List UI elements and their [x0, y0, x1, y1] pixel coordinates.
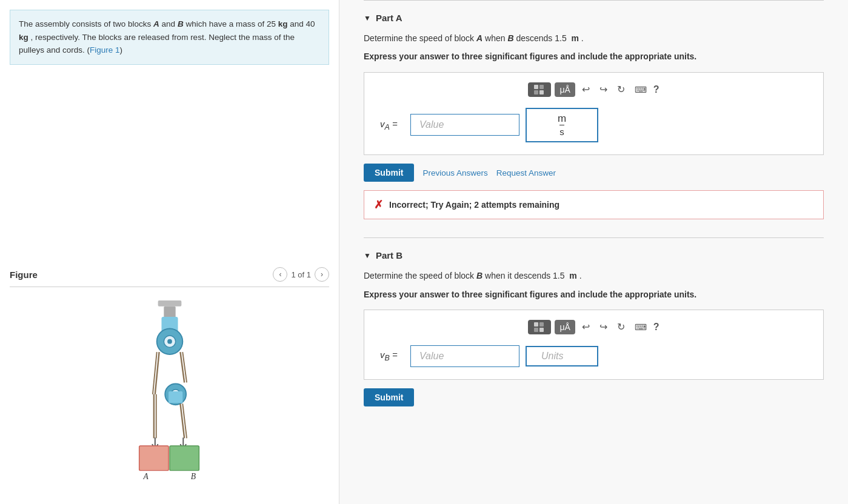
part-a-value-input[interactable] — [410, 114, 519, 136]
part-a-header: ▼ Part A — [364, 13, 824, 23]
part-b-equation-row: vB = Units — [374, 343, 813, 370]
redo-button[interactable]: ↪ — [596, 82, 610, 96]
grid-squares-icon — [534, 85, 545, 94]
error-x-icon: ✗ — [374, 198, 383, 211]
part-b-divider — [364, 237, 824, 238]
svg-rect-21 — [170, 446, 199, 471]
part-b-help-button[interactable]: ? — [653, 322, 659, 333]
svg-rect-20 — [139, 446, 168, 471]
part-b-value-input[interactable] — [410, 345, 519, 367]
figure-nav-text: 1 of 1 — [291, 270, 311, 279]
svg-text:A: A — [142, 472, 149, 481]
part-a-error-message: ✗ Incorrect; Try Again; 2 attempts remai… — [364, 190, 824, 219]
svg-rect-28 — [534, 322, 538, 327]
part-a-toolbar: μÅ ↩ ↪ ↻ ⌨ ? — [374, 82, 813, 97]
part-b-description: Determine the speed of block B when it d… — [364, 269, 824, 282]
svg-rect-1 — [164, 307, 175, 318]
figure-prev-button[interactable]: ‹ — [273, 267, 287, 282]
figure-header: Figure ‹ 1 of 1 › — [10, 267, 329, 287]
problem-text: The assembly consists of two blocks A an… — [19, 19, 315, 55]
part-b-refresh-button[interactable]: ↻ — [614, 320, 628, 334]
svg-rect-0 — [158, 300, 181, 307]
part-a-description: Determine the speed of block A when B de… — [364, 31, 824, 45]
part-b-collapse-arrow[interactable]: ▼ — [364, 251, 371, 260]
svg-rect-27 — [539, 90, 544, 94]
part-a-request-answer-link[interactable]: Request Answer — [496, 168, 556, 177]
part-b-redo-button[interactable]: ↪ — [596, 320, 610, 334]
pulley-svg: A B — [109, 300, 230, 482]
figure-link[interactable]: Figure 1 — [90, 45, 120, 55]
part-a-label: Part A — [376, 13, 402, 23]
part-b-header: ▼ Part B — [364, 250, 824, 260]
part-b-grid-squares-icon — [534, 322, 545, 332]
grid-icon-button[interactable] — [528, 82, 551, 97]
figure-title: Figure — [10, 270, 38, 280]
mu-button[interactable]: μÅ — [555, 82, 575, 97]
part-a-units-denominator: s — [559, 125, 564, 138]
problem-statement: The assembly consists of two blocks A an… — [10, 10, 329, 65]
svg-rect-30 — [534, 328, 538, 332]
part-b-section: ▼ Part B Determine the speed of block B … — [364, 250, 824, 406]
part-b-units-box: Units — [526, 346, 598, 366]
undo-button[interactable]: ↩ — [579, 82, 593, 96]
part-a-action-row: Submit Previous Answers Request Answer — [364, 164, 824, 182]
part-a-instruction: Express your answer to three significant… — [364, 50, 824, 63]
part-a-error-text: Incorrect; Try Again; 2 attempts remaini… — [389, 200, 559, 210]
part-b-keyboard-button[interactable]: ⌨ — [632, 321, 650, 333]
svg-point-5 — [167, 339, 172, 344]
part-a-section: ▼ Part A Determine the speed of block A … — [364, 13, 824, 219]
part-a-previous-answers-link[interactable]: Previous Answers — [422, 168, 487, 177]
part-b-units-placeholder: Units — [535, 346, 569, 366]
figure-nav: ‹ 1 of 1 › — [273, 267, 329, 282]
help-button[interactable]: ? — [653, 84, 659, 95]
part-b-submit-button[interactable]: Submit — [364, 388, 414, 406]
figure-image-area: A B — [10, 294, 329, 494]
svg-rect-24 — [534, 85, 538, 89]
part-a-collapse-arrow[interactable]: ▼ — [364, 14, 371, 22]
svg-rect-25 — [539, 85, 544, 89]
part-a-units-fraction: m s — [535, 113, 589, 138]
part-b-mu-button[interactable]: μÅ — [555, 320, 575, 334]
part-b-grid-icon-button[interactable] — [528, 320, 551, 334]
figure-section: Figure ‹ 1 of 1 › — [0, 267, 339, 504]
svg-rect-29 — [539, 322, 544, 327]
part-a-units-box: m s — [526, 108, 598, 142]
refresh-button[interactable]: ↻ — [614, 82, 628, 96]
part-b-toolbar: μÅ ↩ ↪ ↻ ⌨ ? — [374, 320, 813, 334]
svg-rect-26 — [534, 90, 538, 94]
part-a-var-label: vA = — [380, 119, 404, 131]
svg-rect-31 — [539, 328, 544, 332]
part-a-equation-row: vA = m s — [374, 105, 813, 145]
right-panel: ▼ Part A Determine the speed of block A … — [339, 0, 848, 504]
svg-text:B: B — [190, 472, 195, 481]
part-a-units-numerator: m — [558, 113, 566, 125]
part-a-submit-button[interactable]: Submit — [364, 164, 414, 182]
part-a-answer-box: μÅ ↩ ↪ ↻ ⌨ ? vA = m s — [364, 72, 824, 155]
part-b-answer-box: μÅ ↩ ↪ ↻ ⌨ ? vB = Units — [364, 310, 824, 380]
svg-rect-13 — [169, 391, 182, 403]
part-b-label: Part B — [376, 250, 402, 260]
left-panel: The assembly consists of two blocks A an… — [0, 0, 339, 504]
part-b-undo-button[interactable]: ↩ — [579, 320, 593, 334]
top-divider — [364, 0, 824, 1]
part-b-instruction: Express your answer to three significant… — [364, 288, 824, 301]
figure-next-button[interactable]: › — [315, 267, 329, 282]
keyboard-button[interactable]: ⌨ — [632, 84, 650, 96]
part-b-action-row: Submit — [364, 388, 824, 406]
part-b-var-label: vB = — [380, 350, 404, 362]
